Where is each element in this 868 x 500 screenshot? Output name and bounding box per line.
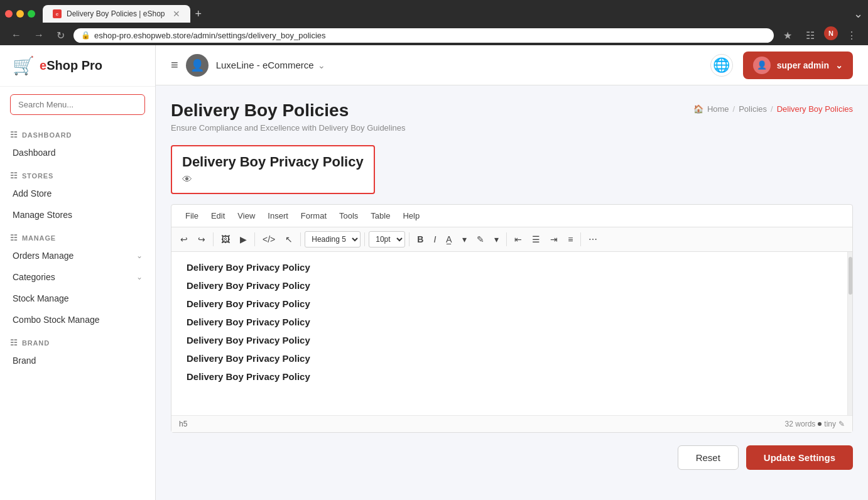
sidebar-item-label: Combo Stock Manage [13, 315, 100, 325]
tiny-dot [818, 422, 822, 426]
breadcrumb-home-icon: 🏠 [693, 104, 703, 114]
breadcrumb-policies[interactable]: Policies [739, 104, 767, 114]
sidebar-item-label: Categories [13, 272, 55, 282]
dashboard-section-label: DASHBOARD [22, 131, 72, 139]
code-view-button[interactable]: </> [259, 232, 279, 247]
sidebar-item-categories[interactable]: Categories ⌄ [0, 266, 155, 288]
align-right-button[interactable]: ⇥ [546, 232, 561, 247]
highlight-button[interactable]: ✎ [473, 232, 488, 247]
chevron-down-icon: ⌄ [136, 273, 143, 281]
justify-button[interactable]: ≡ [564, 232, 577, 247]
editor-menu-edit[interactable]: Edit [205, 209, 231, 223]
editor-footer-tag: h5 [179, 420, 187, 428]
page-subtitle: Ensure Compliance and Excellence with De… [171, 123, 406, 133]
editor-menu-insert[interactable]: Insert [261, 209, 295, 223]
editor-menu-table[interactable]: Table [364, 209, 396, 223]
stores-section-label: STORES [22, 172, 53, 180]
editor-body-wrap: Delivery Boy Privacy Policy Delivery Boy… [171, 252, 852, 415]
italic-button[interactable]: I [430, 232, 440, 247]
update-settings-button[interactable]: Update Settings [746, 445, 853, 470]
editor-menu-view[interactable]: View [231, 209, 261, 223]
dashboard-section-icon: ☷ [10, 130, 18, 139]
manage-section-icon: ☷ [10, 233, 18, 242]
new-tab-button[interactable]: + [195, 8, 202, 21]
sidebar-section-manage: ☷ MANAGE [0, 226, 155, 245]
tab-title: Delivery Boy Policies | eShop [67, 9, 165, 18]
tiny-label: tiny [824, 420, 836, 428]
close-traffic-light[interactable] [5, 10, 13, 18]
extensions-button[interactable]: ☷ [801, 26, 819, 44]
highlight-dropdown[interactable]: ▾ [491, 232, 502, 247]
font-size-select[interactable]: 10pt [369, 231, 405, 247]
sidebar-item-label: Orders Manage [13, 251, 73, 261]
editor-menu-format[interactable]: Format [295, 209, 333, 223]
insert-image-button[interactable]: 🖼 [217, 232, 234, 247]
bookmark-button[interactable]: ★ [779, 26, 796, 44]
nav-profile-button[interactable]: N [824, 26, 838, 40]
browser-chrome: e Delivery Boy Policies | eShop ✕ + ⌄ ← … [0, 0, 868, 45]
toolbar-separator-2 [254, 232, 255, 246]
app-container: 🛒 eShop Pro ☷ DASHBOARD Dashboard ☷ STOR… [0, 45, 868, 500]
tab-close-button[interactable]: ✕ [173, 9, 180, 19]
page-header-row: Delivery Boy Policies Ensure Compliance … [171, 101, 853, 145]
top-header: ≡ 👤 LuxeLine - eCommerce ⌄ 🌐 👤 super adm… [156, 45, 868, 85]
underline-button[interactable]: A̲ [442, 232, 456, 247]
sidebar-item-manage-stores[interactable]: Manage Stores [0, 204, 155, 226]
sidebar-item-orders-manage[interactable]: Orders Manage ⌄ [0, 245, 155, 266]
logo-icon: 🛒 [13, 55, 35, 76]
header-left: ≡ 👤 LuxeLine - eCommerce ⌄ [171, 54, 325, 77]
fullscreen-button[interactable]: ↖ [281, 232, 296, 247]
stores-section-icon: ☷ [10, 171, 18, 180]
search-input[interactable] [10, 94, 145, 115]
forward-button[interactable]: → [30, 28, 48, 42]
editor-menu-file[interactable]: File [179, 209, 205, 223]
sidebar-item-dashboard[interactable]: Dashboard [0, 142, 155, 163]
hamburger-button[interactable]: ≡ [171, 58, 178, 72]
tab-more-button[interactable]: ⌄ [854, 7, 863, 21]
breadcrumb-home[interactable]: Home [707, 104, 729, 114]
editor-menu-help[interactable]: Help [396, 209, 426, 223]
editor-body[interactable]: Delivery Boy Privacy Policy Delivery Boy… [171, 252, 852, 415]
bold-button[interactable]: B [413, 232, 427, 247]
sidebar-item-stock-manage[interactable]: Stock Manage [0, 288, 155, 309]
sidebar-item-combo-stock-manage[interactable]: Combo Stock Manage [0, 309, 155, 330]
reset-button[interactable]: Reset [678, 445, 739, 470]
toolbar-separator-4 [364, 232, 365, 246]
align-center-button[interactable]: ☰ [528, 232, 544, 247]
menu-button[interactable]: ⋮ [843, 26, 860, 44]
page-title: Delivery Boy Policies [171, 101, 406, 121]
browser-nav: ← → ↻ 🔒 eshop-pro.eshopweb.store/admin/s… [0, 23, 868, 48]
redo-button[interactable]: ↪ [194, 232, 209, 247]
editor-line-2: Delivery Boy Privacy Policy [187, 298, 837, 309]
sidebar-item-add-store[interactable]: Add Store [0, 183, 155, 204]
minimize-traffic-light[interactable] [16, 10, 24, 18]
editor-scrollbar[interactable] [847, 252, 852, 415]
editor-menu-tools[interactable]: Tools [333, 209, 364, 223]
fullscreen-traffic-light[interactable] [28, 10, 35, 18]
heading-select[interactable]: Heading 5 [305, 231, 361, 247]
align-left-button[interactable]: ⇤ [511, 232, 526, 247]
store-name-button[interactable]: LuxeLine - eCommerce ⌄ [216, 60, 325, 70]
insert-media-button[interactable]: ▶ [236, 232, 251, 247]
toolbar-separator-7 [580, 232, 581, 246]
sidebar-item-brand[interactable]: Brand [0, 350, 155, 371]
eye-icon[interactable]: 👁 [182, 174, 364, 185]
language-button[interactable]: 🌐 [710, 54, 733, 77]
admin-button[interactable]: 👤 super admin ⌄ [743, 52, 853, 79]
toolbar-separator-3 [300, 232, 301, 246]
nav-actions: ★ ☷ N ⋮ [779, 26, 860, 44]
tiny-logo: 32 words tiny ✎ [785, 420, 845, 428]
refresh-button[interactable]: ↻ [53, 28, 68, 43]
more-options-button[interactable]: ⋯ [585, 232, 601, 247]
manage-section-label: MANAGE [22, 234, 56, 242]
editor-line-6: Delivery Boy Privacy Policy [187, 371, 837, 382]
sidebar-item-label: Manage Stores [13, 210, 72, 220]
back-button[interactable]: ← [8, 28, 25, 42]
text-color-dropdown[interactable]: ▾ [458, 232, 470, 247]
sidebar-logo: 🛒 eShop Pro [0, 45, 155, 87]
address-bar[interactable]: 🔒 eshop-pro.eshopweb.store/admin/setting… [73, 28, 774, 43]
undo-button[interactable]: ↩ [176, 232, 192, 247]
active-tab[interactable]: e Delivery Boy Policies | eShop ✕ [43, 5, 190, 23]
main-content: Delivery Boy Policies Ensure Compliance … [156, 85, 868, 500]
scrollbar-thumb[interactable] [849, 257, 852, 295]
